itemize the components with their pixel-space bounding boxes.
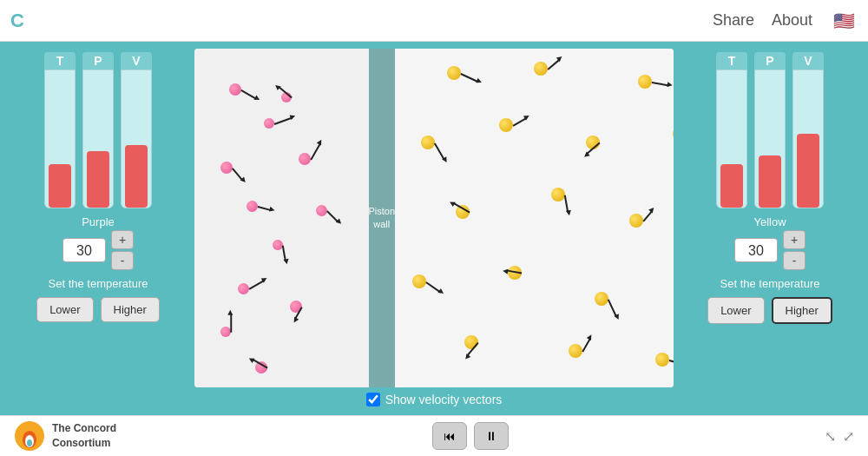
right-higher-button[interactable]: Higher <box>772 297 832 324</box>
left-higher-button[interactable]: Higher <box>101 297 160 322</box>
left-temp-buttons: Lower Higher <box>36 297 160 322</box>
right-volume-gauge: V <box>792 52 824 208</box>
particle-yellow-20 <box>569 344 582 358</box>
particle-pink-2 <box>264 118 274 129</box>
left-v-label: V <box>121 52 152 69</box>
particle-pink-8 <box>238 283 249 294</box>
left-chamber <box>194 49 369 387</box>
right-plus-button[interactable]: + <box>783 230 806 249</box>
right-v-label: V <box>792 52 824 69</box>
left-t-fill <box>49 164 71 208</box>
arrow-11 <box>326 210 339 222</box>
left-count-row: 30 + - <box>62 230 134 270</box>
particle-yellow-15 <box>412 274 426 288</box>
velocity-checkbox[interactable] <box>366 393 380 406</box>
main-area: T P V Purple 30 <box>0 42 868 415</box>
velocity-label: Show velocity vectors <box>385 393 503 406</box>
right-t-tube <box>716 69 747 208</box>
left-particle-controls: Purple 30 + - <box>62 215 134 270</box>
right-minus-button[interactable]: - <box>783 251 806 270</box>
right-temp-gauge: T <box>716 52 747 208</box>
left-p-fill <box>87 151 109 208</box>
about-link[interactable]: About <box>772 11 812 30</box>
yarrow-20 <box>582 338 590 352</box>
left-pressure-gauge: P <box>82 52 114 208</box>
left-lower-button[interactable]: Lower <box>36 297 93 322</box>
svg-point-3 <box>27 439 32 446</box>
left-p-tube <box>82 69 114 208</box>
particle-yellow-2 <box>534 62 548 76</box>
arrow-10 <box>230 314 232 333</box>
piston-wall: Piston wall <box>369 49 395 387</box>
left-v-fill <box>125 145 148 208</box>
sim-bottom: Show velocity vectors <box>194 387 674 408</box>
app-footer: The Concord Consortium ⏮ ⏸ ⤡ ⤢ <box>0 415 868 456</box>
app-logo: C <box>10 10 24 32</box>
right-pm-col: + - <box>783 230 806 270</box>
arrow-7 <box>282 246 286 261</box>
left-plus-button[interactable]: + <box>111 230 134 249</box>
left-temp-gauge: T <box>44 52 76 208</box>
left-count-display: 30 <box>62 238 106 262</box>
yarrow-6 <box>512 117 526 126</box>
yarrow-3 <box>652 82 669 86</box>
left-temp-label: Set the temperature <box>49 277 148 290</box>
sim-canvas: Piston wall <box>194 49 674 387</box>
right-v-fill <box>797 134 819 208</box>
particle-yellow-1 <box>447 66 461 80</box>
arrow-1 <box>241 89 257 99</box>
app-header: C Share About 🇺🇸 <box>0 0 868 42</box>
left-color-label: Purple <box>82 215 115 228</box>
right-panel: T P V Yellow 30 <box>679 49 861 408</box>
share-link[interactable]: Share <box>713 11 754 30</box>
pause-button[interactable]: ⏸ <box>474 422 509 450</box>
yarrow-21 <box>669 360 674 366</box>
nav-links: Share About 🇺🇸 <box>713 11 858 30</box>
particle-pink-5 <box>247 201 258 212</box>
rewind-button[interactable]: ⏮ <box>432 422 467 450</box>
particle-pink-3 <box>220 162 233 174</box>
right-gauges: T P V <box>716 52 824 208</box>
shrink-icon[interactable]: ⤡ <box>825 428 836 445</box>
left-v-tube <box>121 69 152 208</box>
right-p-label: P <box>754 52 786 69</box>
yarrow-5 <box>434 142 444 160</box>
arrow-2 <box>274 117 293 125</box>
right-temp-label: Set the temperature <box>720 277 820 290</box>
right-pressure-gauge: P <box>754 52 786 208</box>
yarrow-17 <box>608 299 617 317</box>
particle-yellow-6 <box>499 118 513 132</box>
particle-yellow-5 <box>421 135 435 149</box>
arrow-5 <box>258 206 272 211</box>
right-p-fill <box>759 155 781 208</box>
particle-yellow-17 <box>595 292 608 306</box>
yarrow-1 <box>460 73 478 83</box>
velocity-checkbox-label[interactable]: Show velocity vectors <box>366 393 503 406</box>
right-p-tube <box>754 69 786 208</box>
right-temp-buttons: Lower Higher <box>707 297 832 324</box>
right-t-fill <box>720 164 743 208</box>
particle-pink-6 <box>299 153 311 165</box>
left-gauges: T P V <box>44 52 152 208</box>
particle-yellow-12 <box>629 214 643 228</box>
left-pm-col: + - <box>111 230 134 270</box>
simulation-area: Piston wall <box>194 49 674 408</box>
arrow-8 <box>249 280 265 289</box>
language-flag[interactable]: 🇺🇸 <box>830 11 858 30</box>
piston-label: Piston wall <box>368 205 395 232</box>
right-v-tube <box>792 69 824 208</box>
playback-controls: ⏮ ⏸ <box>432 422 509 450</box>
right-count-row: 30 + - <box>734 230 806 270</box>
right-t-label: T <box>716 52 747 69</box>
particle-yellow-21 <box>655 353 669 367</box>
arrow-3 <box>232 168 243 181</box>
concord-flame-icon <box>14 420 45 452</box>
particle-pink-1 <box>229 83 241 96</box>
particle-yellow-8 <box>673 127 674 141</box>
left-minus-button[interactable]: - <box>111 251 134 270</box>
right-chamber <box>395 49 674 387</box>
expand-icon[interactable]: ⤢ <box>843 428 854 445</box>
arrow-6 <box>310 142 320 160</box>
right-lower-button[interactable]: Lower <box>707 297 764 324</box>
yarrow-2 <box>547 59 560 70</box>
